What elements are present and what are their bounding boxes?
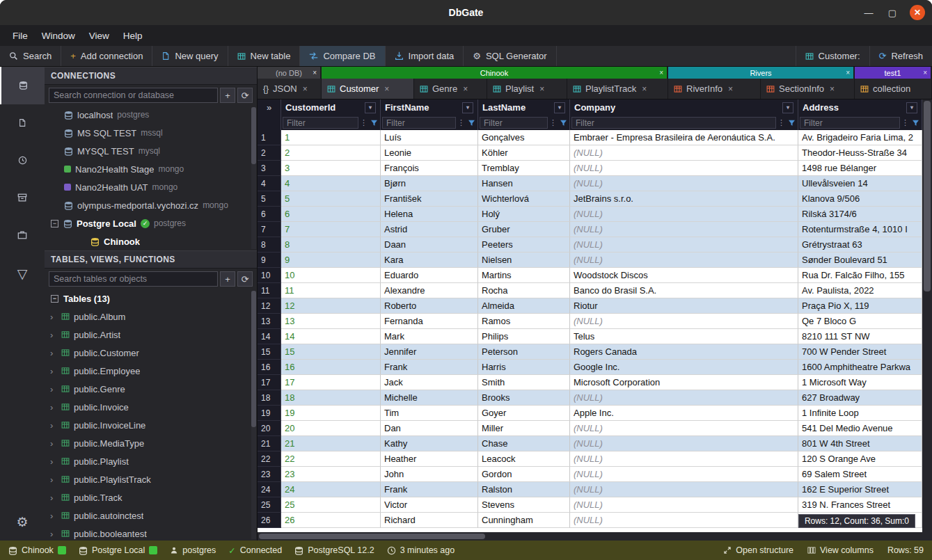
column-header[interactable]: FirstName ▾ (381, 99, 478, 115)
cell-customerid[interactable]: 21 (281, 436, 381, 451)
cell-customerid[interactable]: 2 (281, 145, 381, 161)
cell-company[interactable]: Woodstock Discos (570, 268, 798, 283)
chevron-right-icon[interactable]: › (50, 529, 57, 539)
cell-company[interactable]: (NULL) (570, 145, 798, 161)
connection-item[interactable]: Nano2Health Stage ✓ mongo (45, 160, 257, 178)
cell-customerid[interactable]: 12 (281, 298, 381, 314)
row-number[interactable]: 14 (258, 329, 281, 344)
cell-company[interactable]: Telus (570, 329, 798, 344)
row-number[interactable]: 23 (258, 467, 281, 482)
cell-customerid[interactable]: 16 (281, 360, 381, 375)
row-number[interactable]: 18 (258, 390, 281, 406)
close-icon[interactable]: × (384, 84, 389, 94)
column-header[interactable]: LastName ▾ (478, 99, 570, 115)
table-item[interactable]: › public.Playlist (45, 452, 257, 470)
menu-item[interactable]: Window (35, 28, 82, 44)
cell-firstname[interactable]: Bjørn (381, 176, 478, 191)
chevron-right-icon[interactable]: › (50, 511, 57, 521)
chevron-right-icon[interactable]: › (50, 456, 57, 467)
add-table-icon-button[interactable]: + (220, 271, 235, 287)
cell-firstname[interactable]: Frank (381, 360, 478, 375)
column-header[interactable]: CustomerId ▾ (281, 99, 381, 115)
cell-customerid[interactable]: 3 (281, 161, 381, 176)
expander-icon[interactable]: − (51, 220, 58, 227)
refresh-tables-button[interactable]: ⟳ (237, 271, 253, 287)
row-number[interactable]: 21 (258, 436, 281, 451)
connection-item[interactable]: Nano2Health UAT ✓ mongo (45, 178, 257, 196)
cell-address[interactable]: 319 N. Frances Street (798, 497, 922, 513)
filter-input[interactable] (800, 117, 900, 129)
row-number[interactable]: 10 (258, 268, 281, 283)
cell-address[interactable]: 1498 rue Bélanger (798, 161, 922, 176)
cell-firstname[interactable]: František (381, 191, 478, 207)
cell-firstname[interactable]: Heather (381, 451, 478, 467)
filter-funnel-icon[interactable] (910, 119, 920, 127)
cell-customerid[interactable]: 17 (281, 375, 381, 390)
cell-firstname[interactable]: Michelle (381, 390, 478, 406)
connection-item[interactable]: MS SQL TEST ✓ mssql (45, 124, 257, 142)
column-header[interactable]: Address ▾ (798, 99, 922, 115)
row-number[interactable]: 25 (258, 497, 281, 513)
cell-lastname[interactable]: Goyer (478, 406, 570, 421)
tables-scrollbar[interactable] (251, 291, 256, 539)
table-item[interactable]: › public.Customer (45, 344, 257, 362)
close-icon[interactable]: × (846, 69, 850, 77)
chevron-right-icon[interactable]: › (50, 348, 57, 358)
cell-customerid[interactable]: 22 (281, 451, 381, 467)
chevron-right-icon[interactable]: › (50, 312, 57, 322)
cell-firstname[interactable]: Mark (381, 329, 478, 344)
cell-customerid[interactable]: 5 (281, 191, 381, 207)
filter-menu-icon[interactable]: ⋮ (360, 118, 368, 127)
chevron-down-icon[interactable]: ▾ (554, 102, 565, 113)
cell-company[interactable]: (NULL) (570, 421, 798, 436)
tab[interactable]: {} JSON × (258, 79, 322, 99)
row-number[interactable]: 16 (258, 360, 281, 375)
cell-firstname[interactable]: Eduardo (381, 268, 478, 283)
cell-lastname[interactable]: Chase (478, 436, 570, 451)
cell-customerid[interactable]: 6 (281, 207, 381, 222)
row-number[interactable]: 3 (258, 161, 281, 176)
tab[interactable]: RiverInfo × (668, 79, 761, 99)
tables-group[interactable]: − Tables (13) (45, 289, 257, 307)
close-icon[interactable]: × (642, 84, 647, 94)
tab[interactable]: SectionInfo × (761, 79, 855, 99)
cell-firstname[interactable]: Leonie (381, 145, 478, 161)
cell-firstname[interactable]: Fernanda (381, 314, 478, 329)
cell-address[interactable]: Sønder Boulevard 51 (798, 253, 922, 268)
scrollbar-thumb[interactable] (924, 101, 931, 291)
cell-address[interactable]: Theodor-Heuss-Straße 34 (798, 145, 922, 161)
filter-menu-icon[interactable]: ⋮ (549, 118, 557, 127)
close-icon[interactable]: × (303, 84, 308, 94)
cell-company[interactable]: (NULL) (570, 451, 798, 467)
table-item[interactable]: › public.Artist (45, 326, 257, 344)
cell-company[interactable]: Microsoft Corporation (570, 375, 798, 390)
tab[interactable]: collection (855, 79, 932, 99)
cell-lastname[interactable]: Köhler (478, 145, 570, 161)
table-item[interactable]: › public.MediaType (45, 434, 257, 452)
cell-firstname[interactable]: Jack (381, 375, 478, 390)
cell-customerid[interactable]: 11 (281, 283, 381, 298)
connections-search-input[interactable] (49, 88, 218, 103)
cell-address[interactable]: Rotenturmstraße 4, 1010 I (798, 222, 922, 237)
tab[interactable]: Playlist × (487, 79, 567, 99)
chevron-down-icon[interactable]: ▾ (906, 102, 917, 113)
row-number[interactable]: 1 (258, 130, 281, 145)
cell-lastname[interactable]: Wichterlová (478, 191, 570, 207)
minimize-button[interactable]: — (862, 8, 875, 18)
cell-company[interactable]: (NULL) (570, 222, 798, 237)
row-number[interactable]: 7 (258, 222, 281, 237)
filter-input[interactable] (571, 117, 776, 129)
row-number[interactable]: 22 (258, 451, 281, 467)
cell-company[interactable]: Embraer - Empresa Brasileira de Aeronáut… (570, 130, 798, 145)
cell-address[interactable]: 162 E Superior Street (798, 482, 922, 497)
cell-lastname[interactable]: Holý (478, 207, 570, 222)
cell-customerid[interactable]: 13 (281, 314, 381, 329)
cell-company[interactable]: (NULL) (570, 467, 798, 482)
cell-firstname[interactable]: Richard (381, 513, 478, 528)
cell-customerid[interactable]: 1 (281, 130, 381, 145)
maximize-button[interactable]: ▢ (886, 8, 899, 18)
cell-address[interactable]: 120 S Orange Ave (798, 451, 922, 467)
cell-lastname[interactable]: Ralston (478, 482, 570, 497)
tab[interactable]: Genre × (414, 79, 487, 99)
cell-firstname[interactable]: Helena (381, 207, 478, 222)
